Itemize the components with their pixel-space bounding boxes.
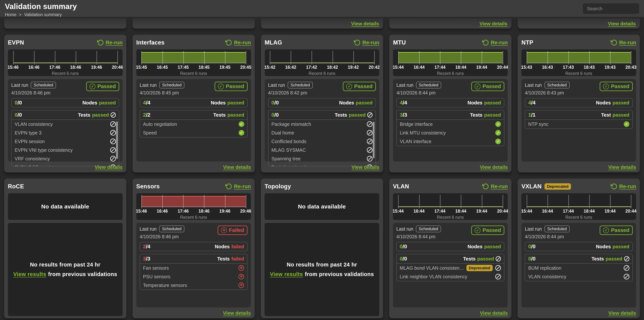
search-input[interactable] [583, 4, 639, 14]
rerun-icon [482, 183, 489, 190]
card-topology: Topology No data available No results fr… [261, 178, 383, 318]
view-details-link[interactable]: View details [223, 164, 251, 170]
chart-caption: Recent 6 runs [11, 71, 120, 76]
check-icon [624, 121, 629, 127]
card-evpn: EVPN Re-run 15:4616:4617:4618:4619:4620:… [4, 35, 126, 172]
rerun-link[interactable]: Re-run [225, 39, 251, 46]
scheduled-chip: Scheduled [416, 82, 441, 88]
last-run-label: Last run [525, 226, 542, 232]
cutoff-card: View details [389, 18, 512, 28]
view-details-link[interactable]: View details [480, 21, 507, 27]
cutoff-card [132, 18, 255, 28]
status-badge-passed: Passed [600, 82, 633, 91]
card-sensors: Sensors Re-run 15:4616:4617:4618:4619:46… [132, 178, 255, 318]
nodes-summary: 4/4 Nodespassed [396, 98, 504, 108]
ban-icon [110, 138, 116, 144]
recent-runs-chart: 15:4216:4217:4218:4219:4220:42 Recent 6 … [265, 50, 380, 76]
test-row: Package mismatch [268, 120, 376, 128]
cutoff-card: View details [261, 18, 383, 28]
test-row: Temperature sensors [140, 281, 247, 290]
rerun-link[interactable]: Re-run [482, 39, 508, 46]
rerun-link[interactable]: Re-run [97, 39, 122, 46]
deprecated-badge: Deprecated [544, 183, 571, 190]
last-run-panel: Last runScheduled 4/10/2026 8:42 pm Pass… [265, 79, 380, 162]
ban-icon [495, 274, 501, 280]
view-details-link[interactable]: View details [480, 310, 508, 316]
view-details-link[interactable]: View details [223, 310, 251, 316]
card-title: MTU [393, 39, 406, 46]
last-run-date: 4/10/2026 8:46 pm [11, 90, 56, 96]
view-details-link[interactable]: View details [351, 21, 379, 27]
scheduled-chip: Scheduled [159, 226, 184, 232]
chart-caption: Recent 6 runs [524, 215, 633, 220]
x-icon [238, 274, 244, 280]
rerun-label: Re-run [491, 40, 508, 46]
view-details-link[interactable]: View details [608, 164, 636, 170]
rerun-icon [225, 39, 232, 46]
test-row: EVPN VNI type consistency [12, 146, 119, 154]
tests-summary: 3/3 Testspassed Bridge interface Link MT… [396, 110, 504, 146]
card-title: VXLAN [522, 183, 542, 190]
test-row: VRF consistency [12, 154, 119, 163]
chart-caption: Recent 6 runs [139, 215, 248, 220]
check-circle-icon [603, 84, 609, 90]
last-run-label: Last run [11, 82, 28, 88]
rerun-link[interactable]: Re-run [610, 39, 636, 46]
ban-icon [110, 147, 116, 153]
view-results-link[interactable]: View results [270, 271, 303, 277]
rerun-label: Re-run [106, 40, 122, 46]
test-row: Link neighbor VLAN consistency [397, 272, 504, 281]
check-circle-icon [218, 84, 224, 90]
dashboard-content: View details View details View details E… [0, 17, 644, 318]
test-row: Bridge interface [397, 120, 504, 128]
test-row: MLAG bond VLAN consisten… Deprecated [397, 264, 504, 272]
test-row: VLAN consistency [525, 272, 632, 281]
view-results-link[interactable]: View results [13, 271, 46, 277]
chart-caption: Recent 6 runs [139, 71, 248, 76]
tests-summary: 0/0 Testspassed VLAN consistency EVPN ty… [11, 110, 119, 166]
view-details-link[interactable]: View details [480, 164, 508, 170]
last-run-label: Last run [396, 226, 413, 232]
chart-time-labels: 15:4416:4417:4418:4419:4420:44 [524, 209, 633, 214]
tests-list: NTP sync [525, 120, 632, 128]
no-data-panel: No data available [8, 193, 122, 220]
card-title: Sensors [136, 183, 160, 190]
test-row: BUM replication [525, 264, 632, 272]
test-row: NTP sync [525, 120, 632, 128]
rerun-icon [354, 39, 360, 46]
tests-list: Fan sensors PSU sensors Temperature sens… [140, 264, 247, 290]
view-details-link[interactable]: View details [608, 310, 636, 316]
status-badge-passed: Passed [86, 82, 119, 91]
rerun-label: Re-run [234, 184, 251, 190]
recent-runs-chart: 15:4616:4617:4618:4619:4620:46 Recent 6 … [8, 50, 122, 76]
last-run-panel: Last runScheduled 4/10/2026 8:44 pm Pass… [522, 223, 636, 308]
card-title: NTP [522, 39, 533, 46]
rerun-link[interactable]: Re-run [225, 183, 251, 190]
card-title: RoCE [8, 183, 24, 190]
card-ntp: NTP Re-run 15:4316:4317:4318:4319:4320:4… [518, 35, 640, 172]
last-run-panel: Last runScheduled 4/10/2026 8:46 pm Pass… [8, 79, 122, 162]
rerun-label: Re-run [234, 40, 251, 46]
no-results-text: No results from past 24 hr [30, 260, 100, 270]
breadcrumb-home[interactable]: Home [5, 12, 16, 17]
nodes-summary: 0/0 Nodespassed [396, 242, 504, 251]
test-row: MLAG SYSMAC [268, 146, 376, 154]
check-circle-icon [475, 228, 480, 233]
last-run-panel: Last runScheduled 4/10/2026 8:43 pm Pass… [522, 79, 636, 162]
test-row: Fan sensors [140, 264, 247, 272]
nodes-summary: 0/0 Nodespassed [11, 98, 119, 108]
ban-icon [110, 112, 116, 118]
rerun-link[interactable]: Re-run [354, 39, 379, 46]
rerun-link[interactable]: Re-run [482, 183, 508, 190]
recent-runs-chart: 15:4416:4417:4418:4419:4420:44 Recent 6 … [393, 193, 508, 220]
scrollbar-thumb[interactable] [373, 122, 374, 158]
chart-caption: Recent 6 runs [268, 71, 376, 76]
rerun-icon [610, 39, 617, 46]
scheduled-chip: Scheduled [544, 226, 570, 232]
test-row: Auto negotiation [140, 120, 247, 128]
card-vlan: VLAN Re-run 15:4416:4417:4418:4419:4420:… [389, 178, 512, 318]
scrollbar-thumb[interactable] [116, 121, 118, 159]
scheduled-chip: Scheduled [288, 82, 313, 88]
view-details-link[interactable]: View details [608, 21, 636, 27]
rerun-link[interactable]: Re-run [610, 183, 636, 190]
